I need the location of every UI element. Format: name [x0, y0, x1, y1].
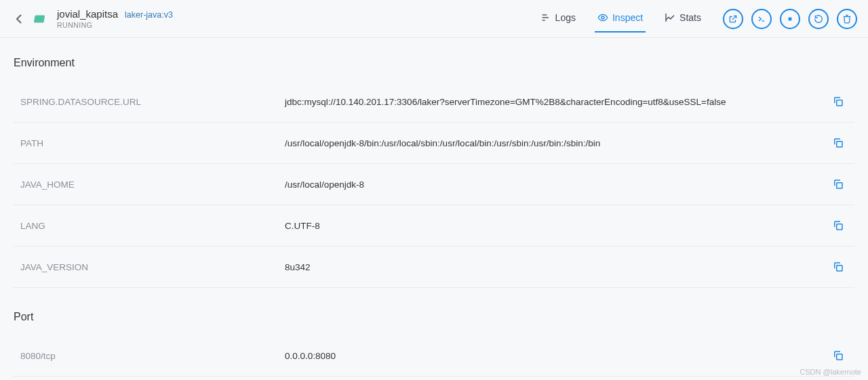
svg-point-4	[601, 16, 604, 19]
terminal-button[interactable]	[751, 9, 772, 29]
svg-rect-10	[837, 224, 842, 230]
env-key: LANG	[20, 221, 285, 231]
env-row: JAVA_VERSION8u342	[14, 247, 854, 288]
env-row: LANGC.UTF-8	[14, 205, 854, 247]
env-value: 8u342	[285, 262, 829, 272]
open-external-button[interactable]	[723, 9, 743, 29]
svg-rect-9	[837, 183, 842, 188]
copy-button[interactable]	[829, 216, 848, 235]
delete-button[interactable]	[837, 9, 857, 29]
back-button[interactable]	[11, 11, 27, 27]
env-value: C.UTF-8	[285, 221, 829, 231]
env-row: JAVA_HOME/usr/local/openjdk-8	[14, 164, 854, 205]
env-value: /usr/local/openjdk-8	[285, 180, 829, 190]
svg-rect-8	[837, 142, 842, 147]
status-text: RUNNING	[57, 21, 173, 29]
environment-heading: Environment	[14, 57, 854, 69]
container-name: jovial_kapitsa	[57, 8, 118, 20]
stop-button[interactable]	[780, 9, 800, 29]
tab-stats[interactable]: Stats	[662, 5, 704, 33]
content: Environment SPRING.DATASOURCE.URLjdbc:my…	[0, 38, 868, 377]
env-key: JAVA_VERSION	[20, 262, 285, 272]
svg-rect-12	[837, 354, 842, 360]
port-key: 8080/tcp	[20, 351, 285, 361]
env-key: SPRING.DATASOURCE.URL	[20, 97, 285, 107]
tabs: Logs Inspect Stats	[538, 5, 704, 33]
svg-rect-11	[837, 266, 842, 271]
svg-rect-6	[789, 17, 792, 20]
header-bar: jovial_kapitsa laker-java:v3 RUNNING Log…	[0, 0, 868, 38]
tab-inspect-label: Inspect	[612, 12, 643, 23]
svg-rect-0	[34, 15, 45, 22]
watermark: CSDN @lakernote	[800, 368, 861, 376]
env-row: PATH/usr/local/openjdk-8/bin:/usr/local/…	[14, 123, 854, 164]
env-row: SPRING.DATASOURCE.URLjdbc:mysql://10.140…	[14, 81, 854, 123]
tab-logs[interactable]: Logs	[538, 5, 578, 33]
environment-table: SPRING.DATASOURCE.URLjdbc:mysql://10.140…	[14, 81, 854, 288]
env-key: JAVA_HOME	[20, 180, 285, 190]
action-buttons	[723, 9, 857, 29]
copy-button[interactable]	[829, 346, 848, 365]
copy-button[interactable]	[829, 92, 848, 111]
port-row: 8080/tcp0.0.0.0:8080	[14, 335, 854, 377]
tab-logs-label: Logs	[555, 12, 576, 23]
env-value: /usr/local/openjdk-8/bin:/usr/local/sbin…	[285, 138, 829, 148]
copy-button[interactable]	[829, 133, 848, 152]
env-key: PATH	[20, 138, 285, 148]
container-icon	[33, 11, 49, 27]
restart-button[interactable]	[808, 9, 829, 29]
svg-rect-7	[837, 100, 842, 106]
title-block: jovial_kapitsa laker-java:v3 RUNNING	[57, 8, 173, 29]
port-heading: Port	[14, 311, 854, 323]
image-name[interactable]: laker-java:v3	[125, 10, 173, 20]
copy-button[interactable]	[829, 257, 848, 276]
tab-inspect[interactable]: Inspect	[595, 5, 646, 33]
tab-stats-label: Stats	[679, 12, 701, 23]
port-table: 8080/tcp0.0.0.0:8080	[14, 335, 854, 377]
copy-button[interactable]	[829, 175, 848, 194]
env-value: jdbc:mysql://10.140.201.17:3306/laker?se…	[285, 97, 829, 107]
port-value: 0.0.0.0:8080	[285, 351, 829, 361]
